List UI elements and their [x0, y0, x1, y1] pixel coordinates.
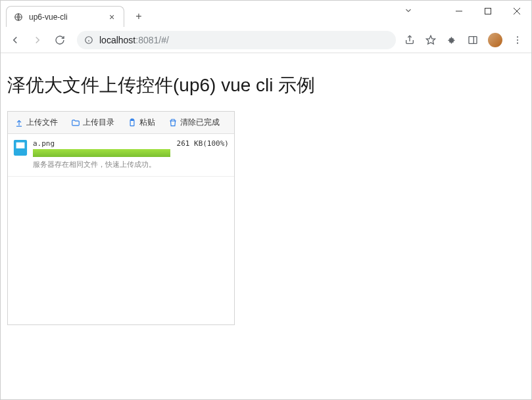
file-size: 261 KB(100%)	[177, 139, 229, 148]
upload-dir-label: 上传目录	[83, 117, 114, 128]
new-tab-button[interactable]: +	[131, 9, 147, 24]
trash-icon	[168, 118, 178, 127]
clipboard-icon	[128, 118, 137, 127]
clear-label: 清除已完成	[180, 117, 220, 128]
progress-bar	[33, 149, 170, 157]
window-titlebar: up6-vue-cli × +	[1, 1, 531, 27]
paste-button[interactable]: 粘贴	[128, 117, 155, 128]
minimize-button[interactable]	[445, 1, 473, 22]
forward-button[interactable]	[28, 31, 47, 49]
window-controls	[445, 1, 531, 22]
paste-label: 粘贴	[139, 117, 155, 128]
uploader-body: a.png 261 KB(100%) 服务器存在相同文件，快速上传成功。	[8, 134, 234, 324]
file-name: a.png	[33, 139, 55, 148]
extensions-icon[interactable]	[446, 34, 458, 46]
browser-tab[interactable]: up6-vue-cli ×	[6, 6, 124, 27]
globe-icon	[13, 12, 24, 22]
svg-marker-8	[426, 35, 435, 44]
share-icon[interactable]	[404, 34, 416, 46]
browser-toolbar: localhost:8081/#/	[1, 27, 531, 53]
profile-avatar[interactable]	[488, 33, 502, 47]
url-host: localhost	[99, 35, 135, 45]
reload-button[interactable]	[51, 31, 69, 49]
svg-point-11	[517, 36, 518, 37]
file-row: a.png 261 KB(100%) 服务器存在相同文件，快速上传成功。	[8, 134, 234, 177]
upload-file-label: 上传文件	[26, 117, 58, 128]
svg-point-13	[517, 42, 518, 43]
uploader-toolbar: 上传文件 上传目录 粘贴 清除已完成	[8, 112, 234, 134]
svg-rect-17	[16, 143, 25, 148]
close-window-button[interactable]	[502, 1, 531, 22]
folder-icon	[71, 118, 80, 127]
close-icon[interactable]: ×	[107, 12, 117, 22]
chevron-down-icon[interactable]	[404, 6, 413, 17]
url-text: localhost:8081/#/	[99, 35, 389, 45]
page-content: 泽优大文件上传控件(up6) vue cli 示例 上传文件 上传目录 粘贴	[1, 53, 531, 332]
file-type-icon	[13, 139, 28, 156]
svg-point-12	[517, 39, 518, 40]
back-button[interactable]	[6, 31, 24, 49]
upload-dir-button[interactable]: 上传目录	[71, 117, 114, 128]
site-info-icon[interactable]	[84, 35, 94, 45]
upload-file-button[interactable]: 上传文件	[14, 117, 58, 128]
toolbar-right	[404, 33, 526, 47]
maximize-button[interactable]	[473, 1, 502, 22]
url-path: :8081/#/	[135, 35, 169, 45]
file-status-message: 服务器存在相同文件，快速上传成功。	[33, 160, 229, 169]
tab-title: up6-vue-cli	[29, 12, 101, 22]
uploader-panel: 上传文件 上传目录 粘贴 清除已完成	[7, 111, 235, 325]
file-info: a.png 261 KB(100%) 服务器存在相同文件，快速上传成功。	[33, 139, 229, 169]
svg-rect-9	[469, 36, 477, 43]
menu-icon[interactable]	[512, 34, 523, 46]
address-bar[interactable]: localhost:8081/#/	[77, 31, 396, 49]
upload-icon	[14, 118, 24, 127]
bookmark-star-icon[interactable]	[425, 34, 437, 46]
clear-completed-button[interactable]: 清除已完成	[168, 117, 220, 128]
page-title: 泽优大文件上传控件(up6) vue cli 示例	[7, 73, 525, 98]
svg-rect-2	[485, 9, 491, 14]
side-panel-icon[interactable]	[467, 34, 479, 46]
